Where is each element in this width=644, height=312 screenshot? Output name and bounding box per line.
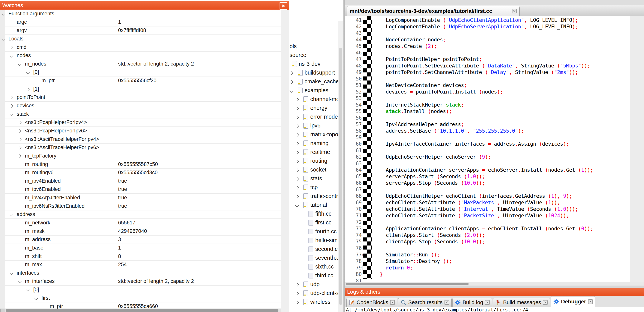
tree-item-seventh-cc[interactable]: seventh.cc: [289, 255, 343, 263]
watch-row[interactable]: <ns3::PcapHelperForIpv6>: [5, 127, 281, 135]
chevron-right-icon[interactable]: [289, 71, 293, 75]
chevron-down-icon[interactable]: [34, 297, 38, 300]
chevron-right-icon[interactable]: [295, 186, 299, 190]
watch-row[interactable]: m_max254: [5, 260, 281, 269]
watches-close-button[interactable]: [280, 2, 287, 10]
panel-splitter[interactable]: [343, 0, 345, 312]
watch-row[interactable]: m_ptr0x55555556cf20: [5, 76, 281, 85]
watch-row[interactable]: first: [5, 294, 281, 303]
logs-tab-search-results[interactable]: Search results: [398, 298, 452, 307]
watch-row[interactable]: <ns3::PcapHelperForIpv4>: [5, 118, 281, 127]
chevron-right-icon[interactable]: [295, 177, 299, 181]
editor-fold-margin[interactable]: [363, 16, 372, 279]
watch-row[interactable]: nodes: [5, 51, 281, 60]
editor-hscrollbar-thumb[interactable]: [346, 283, 468, 285]
watches-title-bar[interactable]: Watches: [0, 1, 289, 9]
chevron-right-icon[interactable]: [295, 107, 299, 110]
watch-row[interactable]: <ns3::AsciiTraceHelperForIpv4>: [5, 135, 281, 144]
code-editor[interactable]: 41 LogComponentEnable ("UdpEchoClientApp…: [345, 16, 630, 282]
tab-close-button[interactable]: [588, 299, 593, 304]
chevron-down-icon[interactable]: [10, 54, 13, 57]
chevron-down-icon[interactable]: [295, 203, 299, 207]
tree-item-second-cc[interactable]: second.cc: [289, 246, 343, 254]
tree-item-routing[interactable]: routing: [289, 158, 343, 166]
tree-item-cmake-cache[interactable]: cmake_cache: [289, 78, 343, 86]
tab-close-button[interactable]: [543, 300, 548, 305]
watch-row[interactable]: [0]: [5, 68, 281, 76]
chevron-right-icon[interactable]: [295, 195, 299, 198]
chevron-right-icon[interactable]: [295, 168, 299, 172]
tree-item-examples[interactable]: examples: [289, 87, 343, 95]
project-tree[interactable]: olssourcens-3-devbuildsupportcmake_cache…: [289, 0, 343, 312]
watch-row[interactable]: m_network655617: [5, 219, 281, 227]
chevron-right-icon[interactable]: [10, 104, 13, 108]
chevron-right-icon[interactable]: [10, 96, 13, 99]
watches-vertical-scrollbar[interactable]: [281, 9, 289, 312]
watch-row[interactable]: m_nodesstd::vector of length 2, capacity…: [5, 60, 281, 68]
chevron-right-icon[interactable]: [295, 133, 299, 137]
watch-row[interactable]: address: [5, 210, 281, 219]
tree-item-third-cc[interactable]: third.cc: [289, 272, 343, 280]
tree-item-channel-mod[interactable]: channel-mod: [289, 96, 343, 104]
watch-row[interactable]: Locals: [5, 35, 281, 43]
chevron-down-icon[interactable]: [289, 89, 293, 93]
tree-item-energy[interactable]: energy: [289, 105, 343, 113]
scroll-left-arrow-icon[interactable]: [0, 309, 6, 312]
watch-row[interactable]: [1]: [5, 85, 281, 93]
tree-item-socket[interactable]: socket: [289, 166, 343, 174]
tree-item-udp-client-ser[interactable]: udp-client-ser: [289, 290, 343, 298]
tree-item-first-cc[interactable]: first.cc: [289, 219, 343, 227]
watch-row[interactable]: m_address3: [5, 235, 281, 244]
tab-close-button[interactable]: [485, 300, 490, 305]
tree-item-traffic-contro[interactable]: traffic-contro: [289, 193, 343, 201]
chevron-down-icon[interactable]: [26, 71, 30, 74]
tree-item-tcp[interactable]: tcp: [289, 184, 343, 192]
chevron-right-icon[interactable]: [295, 292, 299, 296]
watch-row[interactable]: devices: [5, 102, 281, 110]
chevron-right-icon[interactable]: [295, 283, 299, 287]
chevron-right-icon[interactable]: [295, 151, 299, 155]
chevron-right-icon[interactable]: [289, 80, 293, 84]
watch-row[interactable]: m_shift8: [5, 252, 281, 261]
watch-row[interactable]: m_ipv6Enabledtrue: [5, 185, 281, 193]
chevron-right-icon[interactable]: [295, 115, 299, 119]
tree-item-matrix-topol[interactable]: matrix-topol: [289, 131, 343, 139]
watch-row[interactable]: m_interfacesstd::vector of length 2, cap…: [5, 277, 281, 286]
chevron-right-icon[interactable]: [18, 121, 21, 124]
watch-row[interactable]: <ns3::AsciiTraceHelperForIpv6>: [5, 143, 281, 152]
tree-item-hello-simul[interactable]: hello-simul: [289, 237, 343, 245]
tree-item-tutorial[interactable]: tutorial: [289, 202, 343, 210]
chevron-right-icon[interactable]: [295, 301, 299, 304]
logs-tab-code-blocks[interactable]: Code::Blocks: [346, 298, 397, 307]
watch-row[interactable]: cmd: [5, 43, 281, 52]
watch-row[interactable]: pointToPoint: [5, 93, 281, 102]
tree-scrollbar-thumb[interactable]: [339, 48, 342, 305]
chevron-right-icon[interactable]: [295, 159, 299, 163]
chevron-right-icon[interactable]: [295, 98, 299, 102]
tree-item-source[interactable]: source: [289, 52, 343, 60]
chevron-right-icon[interactable]: [18, 138, 21, 141]
logs-tab-build-log[interactable]: Build log: [452, 298, 492, 307]
tree-item-error-model[interactable]: error-model: [289, 114, 343, 122]
chevron-down-icon[interactable]: [10, 113, 13, 116]
tree-item-fifth-cc[interactable]: fifth.cc: [289, 211, 343, 219]
tree-item-ipv6[interactable]: ipv6: [289, 123, 343, 131]
watch-row[interactable]: m_base1: [5, 244, 281, 252]
watch-row[interactable]: m_ipv4Enabledtrue: [5, 177, 281, 185]
chevron-right-icon[interactable]: [295, 124, 299, 128]
editor-vertical-scrollbar[interactable]: [630, 16, 644, 282]
watches-hscrollbar-thumb[interactable]: [6, 309, 278, 312]
tree-item-fourth-cc[interactable]: fourth.cc: [289, 228, 343, 236]
watch-row[interactable]: m_routing0x555555587c50: [5, 160, 281, 169]
watch-row[interactable]: m_ipv4ArpJitterEnabledtrue: [5, 193, 281, 202]
editor-tab-first-cc[interactable]: mnt/dev/tools/source/ns-3-dev/examples/t…: [347, 6, 520, 16]
watch-row[interactable]: stack: [5, 110, 281, 119]
chevron-right-icon[interactable]: [18, 129, 21, 133]
tree-item-wireless[interactable]: wireless: [289, 299, 343, 307]
chevron-down-icon[interactable]: [18, 62, 21, 66]
editor-tab-close-button[interactable]: [512, 9, 517, 13]
chevron-down-icon[interactable]: [10, 213, 13, 216]
tab-close-button[interactable]: [444, 300, 449, 305]
chevron-down-icon[interactable]: [10, 271, 13, 275]
chevron-right-icon[interactable]: [295, 142, 299, 146]
